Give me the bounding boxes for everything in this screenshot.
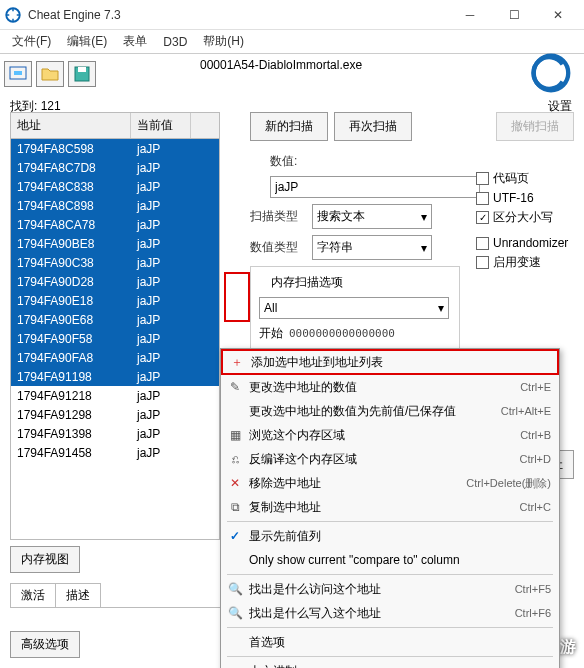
disassemble-icon: ⎌	[225, 452, 245, 466]
ctx-only-compare[interactable]: Only show current "compare to" column	[221, 548, 559, 572]
unrandomizer-checkbox[interactable]	[476, 237, 489, 250]
value-type-label: 数值类型	[250, 239, 306, 256]
tab-description[interactable]: 描述	[55, 583, 101, 607]
result-row[interactable]: 1794FA91398jaJP	[11, 424, 219, 443]
result-row[interactable]: 1794FA90D28jaJP	[11, 272, 219, 291]
context-menu: ＋ 添加选中地址到地址列表 ✎ 更改选中地址的数值 Ctrl+E 更改选中地址的…	[220, 348, 560, 668]
ctx-disassemble[interactable]: ⎌ 反编译这个内存区域 Ctrl+D	[221, 447, 559, 471]
result-row[interactable]: 1794FA91218jaJP	[11, 386, 219, 405]
highlight-box-arrow	[224, 272, 250, 322]
ctx-find-write[interactable]: 🔍 找出是什么写入这个地址 Ctrl+F6	[221, 601, 559, 625]
copy-icon: ⧉	[225, 500, 245, 514]
menu-edit[interactable]: 编辑(E)	[59, 31, 115, 52]
chevron-down-icon: ▾	[421, 241, 427, 255]
toolbar: 00001A54-DiabloImmortal.exe	[0, 54, 584, 94]
ctx-remove[interactable]: ✕ 移除选中地址 Ctrl+Delete(删除)	[221, 471, 559, 495]
memory-range-select[interactable]: All▾	[259, 297, 449, 319]
memory-icon: ▦	[225, 428, 245, 442]
result-row[interactable]: 1794FA8C7D8jaJP	[11, 158, 219, 177]
value-input[interactable]	[270, 176, 480, 198]
search-icon: 🔍	[225, 582, 245, 596]
speedhack-checkbox[interactable]	[476, 256, 489, 269]
ctx-change-prev[interactable]: 更改选中地址的数值为先前值/已保存值 Ctrl+Alt+E	[221, 399, 559, 423]
window-title: Cheat Engine 7.3	[28, 8, 448, 22]
minimize-button[interactable]: ─	[448, 1, 492, 29]
ctx-preferences[interactable]: 首选项	[221, 630, 559, 654]
plus-icon: ＋	[227, 354, 247, 371]
col-current-value[interactable]: 当前值	[131, 113, 191, 138]
ce-logo[interactable]	[528, 50, 574, 96]
result-row[interactable]: 1794FA8C898jaJP	[11, 196, 219, 215]
value-type-select[interactable]: 字符串▾	[312, 235, 432, 260]
app-icon	[4, 6, 22, 24]
tab-active[interactable]: 激活	[10, 583, 56, 607]
titlebar: Cheat Engine 7.3 ─ ☐ ✕	[0, 0, 584, 30]
menu-help[interactable]: 帮助(H)	[195, 31, 252, 52]
ctx-show-prev-col[interactable]: ✓ 显示先前值列	[221, 524, 559, 548]
check-icon: ✓	[225, 529, 245, 543]
results-panel: 地址 当前值 1794FA8C598jaJP1794FA8C7D8jaJP179…	[10, 112, 220, 608]
result-row[interactable]: 1794FA90BE8jaJP	[11, 234, 219, 253]
ctx-copy[interactable]: ⧉ 复制选中地址 Ctrl+C	[221, 495, 559, 519]
result-row[interactable]: 1794FA90E68jaJP	[11, 310, 219, 329]
ctx-add-selected[interactable]: ＋ 添加选中地址到地址列表	[221, 349, 559, 375]
results-list[interactable]: 1794FA8C598jaJP1794FA8C7D8jaJP1794FA8C83…	[10, 139, 220, 540]
pencil-icon: ✎	[225, 380, 245, 394]
advanced-options-button[interactable]: 高级选项	[10, 631, 80, 658]
result-row[interactable]: 1794FA90E18jaJP	[11, 291, 219, 310]
chevron-down-icon: ▾	[421, 210, 427, 224]
menu-file[interactable]: 文件(F)	[4, 31, 59, 52]
result-row[interactable]: 1794FA90C38jaJP	[11, 253, 219, 272]
menubar: 文件(F) 编辑(E) 表单 D3D 帮助(H)	[0, 30, 584, 54]
delete-icon: ✕	[225, 476, 245, 490]
open-file-button[interactable]	[36, 61, 64, 87]
result-row[interactable]: 1794FA8C598jaJP	[11, 139, 219, 158]
range-start[interactable]: 0000000000000000	[289, 327, 395, 340]
undo-scan-button[interactable]: 撤销扫描	[496, 112, 574, 141]
next-scan-button[interactable]: 再次扫描	[334, 112, 412, 141]
maximize-button[interactable]: ☐	[492, 1, 536, 29]
col-address[interactable]: 地址	[11, 113, 131, 138]
search-write-icon: 🔍	[225, 606, 245, 620]
case-sensitive-checkbox[interactable]: ✓	[476, 211, 489, 224]
ctx-hex[interactable]: 十六进制	[221, 659, 559, 668]
save-button[interactable]	[68, 61, 96, 87]
result-row[interactable]: 1794FA91298jaJP	[11, 405, 219, 424]
process-name: 00001A54-DiabloImmortal.exe	[200, 58, 362, 72]
codepage-checkbox[interactable]	[476, 172, 489, 185]
result-row[interactable]: 1794FA8C838jaJP	[11, 177, 219, 196]
ctx-find-access[interactable]: 🔍 找出是什么访问这个地址 Ctrl+F5	[221, 577, 559, 601]
close-button[interactable]: ✕	[536, 1, 580, 29]
open-process-button[interactable]	[4, 61, 32, 87]
svg-rect-2	[14, 71, 22, 75]
ctx-change-value[interactable]: ✎ 更改选中地址的数值 Ctrl+E	[221, 375, 559, 399]
scan-type-select[interactable]: 搜索文本▾	[312, 204, 432, 229]
ctx-browse-memory[interactable]: ▦ 浏览这个内存区域 Ctrl+B	[221, 423, 559, 447]
menu-d3d[interactable]: D3D	[155, 33, 195, 51]
result-row[interactable]: 1794FA90F58jaJP	[11, 329, 219, 348]
value-label: 数值:	[270, 153, 326, 170]
utf16-checkbox[interactable]	[476, 192, 489, 205]
result-row[interactable]: 1794FA90FA8jaJP	[11, 348, 219, 367]
svg-rect-4	[78, 67, 86, 72]
memory-view-button[interactable]: 内存视图	[10, 546, 80, 573]
result-row[interactable]: 1794FA8CA78jaJP	[11, 215, 219, 234]
scan-type-label: 扫描类型	[250, 208, 306, 225]
result-row[interactable]: 1794FA91198jaJP	[11, 367, 219, 386]
menu-table[interactable]: 表单	[115, 31, 155, 52]
result-row[interactable]: 1794FA91458jaJP	[11, 443, 219, 462]
new-scan-button[interactable]: 新的扫描	[250, 112, 328, 141]
